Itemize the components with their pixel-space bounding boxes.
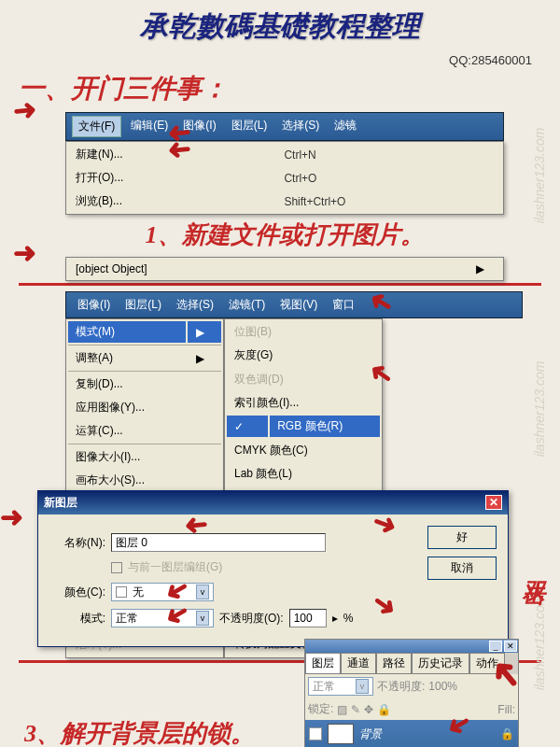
group-checkbox	[111, 562, 122, 573]
file-menu-bottom: [object Object]▶	[65, 257, 504, 281]
lock-move-icon[interactable]: ✥	[364, 703, 373, 716]
dialog-titlebar[interactable]: 新图层 ✕	[38, 491, 508, 514]
menu-item-recent[interactable]: [object Object]▶	[68, 260, 501, 278]
opacity-arrow[interactable]: ▸	[332, 612, 338, 625]
menu-view2[interactable]: 视图(V)	[274, 295, 323, 315]
menu-item-adjust[interactable]: 调整(A)▶	[68, 347, 221, 369]
file-menu: 新建(N)...Ctrl+N 打开(O)...Ctrl+O 浏览(B)...Sh…	[65, 141, 504, 215]
blend-select: 正常v	[308, 677, 373, 696]
layer-name[interactable]: 背景	[359, 726, 382, 742]
ok-button[interactable]: 好	[427, 526, 497, 549]
watermark: ilashner123.com	[533, 128, 548, 224]
menu-window2[interactable]: 窗口	[327, 295, 360, 315]
menubar-2[interactable]: 图像(I) 图层(L) 选择(S) 滤镜(T) 视图(V) 窗口	[65, 291, 523, 318]
arrow-icon: ➜	[0, 500, 23, 533]
layers-panel: _ ✕ 图层 通道 路径 历史记录 动作 正常v 不透明度:100% 锁定: ▨…	[304, 639, 519, 747]
menu-file[interactable]: 文件(F)	[72, 116, 121, 137]
lock-all-icon[interactable]: 🔒	[377, 703, 391, 716]
qq-contact: QQ:285460001	[0, 53, 560, 67]
menu-item-apply[interactable]: 应用图像(Y)...	[68, 397, 221, 418]
divider	[19, 283, 541, 286]
lock-paint-icon[interactable]: ✎	[351, 703, 360, 716]
mode-duotone: 双色调(D)	[227, 369, 380, 390]
menu-layer2[interactable]: 图层(L)	[119, 295, 167, 315]
tab-paths[interactable]: 路径	[376, 653, 412, 674]
name-label: 名称(N):	[49, 535, 105, 551]
arrow-icon: ➜	[13, 236, 36, 269]
menu-layer[interactable]: 图层(L)	[226, 116, 273, 137]
opacity-label: 不透明度(O):	[219, 611, 284, 627]
mode-rgb[interactable]: ✓RGB 颜色(R)	[227, 416, 380, 437]
dialog-title: 新图层	[44, 495, 77, 511]
layer-name-input[interactable]	[111, 533, 326, 552]
menu-item-open[interactable]: 打开(O)...Ctrl+O	[68, 167, 501, 189]
lock-icon: 🔒	[500, 727, 514, 740]
menu-select2[interactable]: 选择(S)	[171, 295, 219, 315]
close-icon[interactable]: ✕	[485, 495, 502, 510]
new-layer-dialog: 新图层 ✕ 名称(N): 与前一图层编组(G) 颜色(C): 无 v 模式: 正…	[37, 490, 509, 647]
watermark: ilashner123.com	[533, 595, 548, 691]
swatch-icon	[116, 586, 127, 598]
watermark: ilashner123.com	[533, 361, 548, 458]
mode-indexed[interactable]: 索引颜色(I)...	[227, 392, 380, 414]
mode-gray[interactable]: 灰度(G)	[227, 345, 380, 366]
color-label: 颜色(C):	[49, 585, 105, 600]
menu-item-canvas[interactable]: 画布大小(S)...	[68, 470, 221, 491]
menu-item-new[interactable]: 新建(N)...Ctrl+N	[68, 144, 501, 165]
opacity-input[interactable]	[289, 609, 327, 627]
tab-layers[interactable]: 图层	[305, 653, 341, 674]
layer-row-bg[interactable]: 👁 背景 🔒	[305, 720, 518, 747]
visibility-icon[interactable]: 👁	[309, 727, 322, 740]
menu-select[interactable]: 选择(S)	[276, 116, 325, 137]
layer-thumbnail[interactable]	[328, 724, 354, 744]
mode-cmyk[interactable]: CMYK 颜色(C)	[227, 439, 380, 460]
tab-history[interactable]: 历史记录	[412, 653, 469, 674]
cancel-button[interactable]: 取消	[427, 557, 497, 580]
section-heading: 一、开门三件事：	[0, 67, 560, 110]
arrow-icon: ➜	[12, 92, 38, 127]
chevron-down-icon: v	[196, 611, 209, 626]
menu-item-browse[interactable]: 浏览(B)...Shift+Ctrl+O	[68, 190, 501, 212]
menu-item-mode[interactable]: 模式(M)▶	[68, 321, 221, 343]
mode-label: 模式:	[49, 611, 105, 627]
menu-item-imgsize[interactable]: 图像大小(I)...	[68, 446, 221, 468]
mode-bitmap: 位图(B)	[227, 321, 380, 343]
lock-trans-icon[interactable]: ▨	[337, 703, 347, 716]
chevron-down-icon: v	[196, 585, 209, 599]
menu-image2[interactable]: 图像(I)	[72, 295, 116, 315]
menu-item-calc[interactable]: 运算(C)...	[68, 420, 221, 442]
arrow-icon: ➜	[167, 134, 193, 168]
minimize-icon[interactable]: _	[489, 641, 502, 652]
tab-channels[interactable]: 通道	[341, 653, 376, 674]
menu-filter2[interactable]: 滤镜(T)	[223, 295, 271, 315]
arrow-icon: ➜	[184, 509, 210, 543]
mode-lab[interactable]: Lab 颜色(L)	[227, 463, 380, 485]
menubar-1[interactable]: 文件(F) 编辑(E) 图像(I) 图层(L) 选择(S) 滤镜	[65, 112, 504, 141]
caption-1: 1、新建文件或打开图片。	[65, 213, 504, 257]
menu-item-dup[interactable]: 复制(D)...	[68, 374, 221, 395]
menu-filter[interactable]: 滤镜	[329, 116, 362, 137]
caption-3: 3、解开背景层的锁。	[19, 712, 260, 747]
page-title: 承乾數碼基礎教程整理	[0, 0, 560, 53]
